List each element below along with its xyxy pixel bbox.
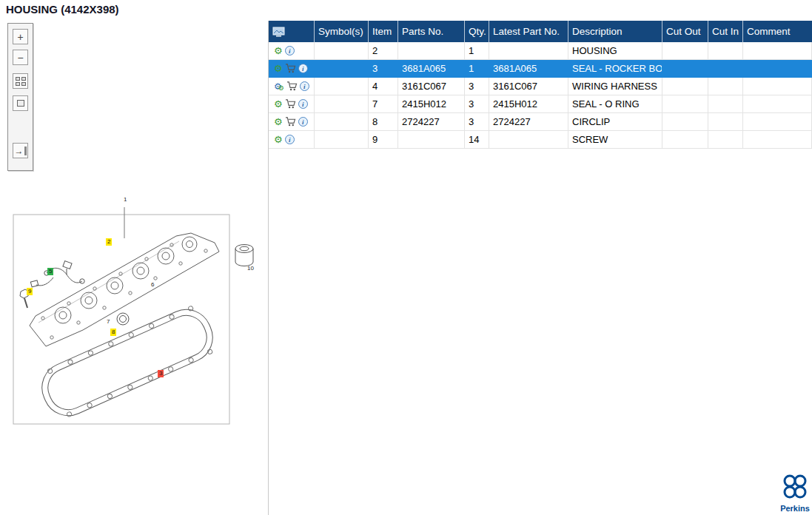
parts-table: Symbol(s) Item Parts No. Qty. Latest Par… xyxy=(269,21,812,149)
cart-icon[interactable] xyxy=(286,81,298,91)
cell-latest-part-no xyxy=(489,131,568,149)
callout-8[interactable]: 8 xyxy=(110,329,116,336)
cart-icon[interactable] xyxy=(285,64,296,73)
cell-symbols xyxy=(315,60,369,78)
row-actions: ⚙ i xyxy=(269,131,315,149)
perkins-logo-icon xyxy=(781,474,809,500)
cell-description: SEAL - O RING xyxy=(568,95,662,113)
cell-item: 2 xyxy=(369,42,398,60)
row-actions: ⚙ i xyxy=(269,113,315,131)
cell-cut-out xyxy=(662,78,708,95)
cell-item: 9 xyxy=(369,131,398,149)
info-icon[interactable]: i xyxy=(298,117,308,127)
cell-symbols xyxy=(315,95,369,113)
cell-cut-out xyxy=(662,131,708,149)
header-symbols[interactable]: Symbol(s) xyxy=(315,21,369,42)
cell-symbols xyxy=(315,42,369,60)
table-header-row: Symbol(s) Item Parts No. Qty. Latest Par… xyxy=(269,21,812,42)
cell-cut-out xyxy=(662,113,708,131)
cell-latest-part-no xyxy=(489,42,568,60)
info-icon[interactable]: i xyxy=(285,46,295,55)
gear-icon[interactable]: ⚙ xyxy=(274,135,283,144)
image-preview-icon xyxy=(272,27,285,37)
callout-3[interactable]: 3 xyxy=(158,370,164,377)
header-description[interactable]: Description xyxy=(568,21,662,42)
cell-comment xyxy=(743,78,812,95)
header-item[interactable]: Item xyxy=(369,21,398,42)
cell-cut-in xyxy=(708,95,743,113)
cell-qty: 1 xyxy=(465,60,489,78)
callout-10[interactable]: 10 xyxy=(246,265,255,272)
page-title: HOUSING (4142X398) xyxy=(6,3,119,16)
row-actions: ⚙ i xyxy=(269,42,315,60)
cell-cut-in xyxy=(708,42,743,60)
cell-latest-part-no: 3161C067 xyxy=(489,78,568,95)
header-parts-no[interactable]: Parts No. xyxy=(398,21,465,42)
gear-icon[interactable]: ⚙ xyxy=(274,117,283,127)
callout-5[interactable]: 5 xyxy=(47,268,53,275)
cell-item: 3 xyxy=(369,60,398,78)
cell-symbols xyxy=(315,131,369,149)
cell-cut-out xyxy=(662,42,708,60)
perkins-logo-text: Perkins xyxy=(778,504,812,513)
gears-icon[interactable]: ⚙⚙ xyxy=(274,81,284,92)
cell-latest-part-no: 2724227 xyxy=(489,113,568,131)
cell-cut-in xyxy=(708,131,743,149)
table-row[interactable]: ⚙ i 7 2415H012 3 2415H012 SEAL - O RING xyxy=(269,95,812,113)
cell-cut-in xyxy=(708,113,743,131)
cell-parts-no xyxy=(398,42,465,60)
header-comment[interactable]: Comment xyxy=(743,21,812,42)
cell-parts-no xyxy=(398,131,465,149)
cart-icon[interactable] xyxy=(285,99,296,109)
cell-parts-no: 3681A065 xyxy=(398,60,465,78)
perkins-logo: Perkins xyxy=(778,474,812,513)
row-actions: ⚙⚙ i xyxy=(269,78,315,95)
parts-diagram xyxy=(0,21,268,515)
cell-symbols xyxy=(315,78,369,95)
cell-cut-in xyxy=(708,60,743,78)
header-latest-part-no[interactable]: Latest Part No. xyxy=(489,21,568,42)
header-qty[interactable]: Qty. xyxy=(465,21,489,42)
header-cut-out[interactable]: Cut Out xyxy=(662,21,708,42)
cell-comment xyxy=(743,42,812,60)
info-icon[interactable]: i xyxy=(298,64,308,73)
info-icon[interactable]: i xyxy=(298,99,308,109)
callout-9[interactable]: 9 xyxy=(27,288,33,295)
gear-icon[interactable]: ⚙ xyxy=(274,99,283,109)
cell-symbols xyxy=(315,113,369,131)
cell-qty: 3 xyxy=(465,113,489,131)
callout-7[interactable]: 7 xyxy=(105,318,111,326)
info-icon[interactable]: i xyxy=(300,81,309,91)
table-row[interactable]: ⚙ i 2 1 HOUSING xyxy=(269,42,812,60)
callout-2[interactable]: 2 xyxy=(106,238,112,246)
cell-cut-in xyxy=(708,78,743,95)
table-row-selected[interactable]: ⚙ i 3 3681A065 1 3681A065 SEAL - ROCKER … xyxy=(269,60,812,78)
cell-parts-no: 3161C067 xyxy=(398,78,465,95)
callout-1[interactable]: 1 xyxy=(122,196,128,203)
header-cut-in[interactable]: Cut In xyxy=(708,21,743,42)
callout-6[interactable]: 6 xyxy=(150,281,155,289)
table-row[interactable]: ⚙⚙ i 4 3161C067 3 3161C067 WIRING HARNES… xyxy=(269,78,812,95)
gear-icon[interactable]: ⚙ xyxy=(274,46,283,55)
info-icon[interactable]: i xyxy=(285,135,295,144)
cell-qty: 1 xyxy=(465,42,489,60)
cell-description: WIRING HARNESS xyxy=(568,78,662,95)
row-actions: ⚙ i xyxy=(269,95,315,113)
cart-icon[interactable] xyxy=(285,117,296,127)
cell-comment xyxy=(743,131,812,149)
cell-qty: 3 xyxy=(465,78,489,95)
cell-parts-no: 2724227 xyxy=(398,113,465,131)
cell-latest-part-no: 2415H012 xyxy=(489,95,568,113)
cell-item: 4 xyxy=(369,78,398,95)
gear-icon[interactable]: ⚙ xyxy=(274,64,283,73)
table-row[interactable]: ⚙ i 9 14 SCREW xyxy=(269,131,812,149)
cell-description: CIRCLIP xyxy=(568,113,662,131)
cell-description: SEAL - ROCKER BOX xyxy=(568,60,662,78)
table-row[interactable]: ⚙ i 8 2724227 3 2724227 CIRCLIP xyxy=(269,113,812,131)
cell-latest-part-no: 3681A065 xyxy=(489,60,568,78)
cell-comment xyxy=(743,113,812,131)
cell-description: SCREW xyxy=(568,131,662,149)
header-view-column[interactable] xyxy=(269,21,315,42)
cell-item: 7 xyxy=(369,95,398,113)
cell-item: 8 xyxy=(369,113,398,131)
